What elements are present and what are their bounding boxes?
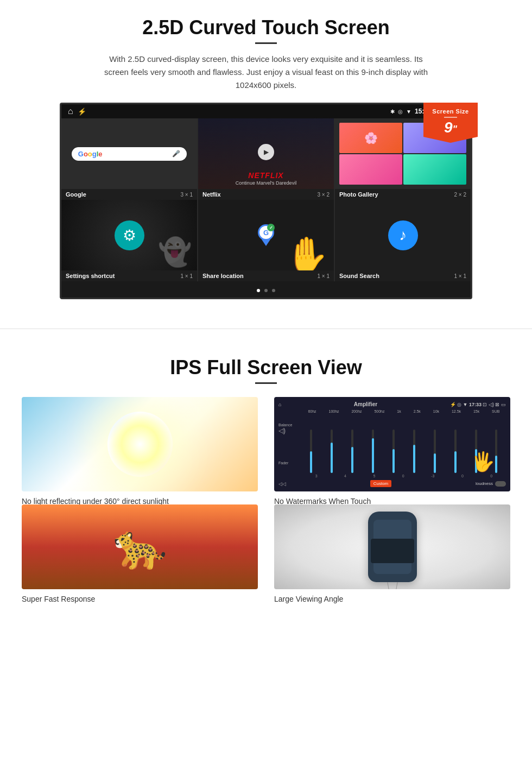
car-image xyxy=(274,504,510,589)
amp-title: Amplifier xyxy=(354,401,377,407)
ips-title-underline xyxy=(255,382,277,384)
status-bar: ⌂ ⚡ ✱ ◎ ▼ 15:06 ⊡ ◁) ⊠ ▭ xyxy=(61,104,471,118)
car-windshield xyxy=(373,520,411,539)
settings-app-image: ⚙ 👻 xyxy=(61,200,197,270)
gallery-label: Photo Gallery xyxy=(339,191,378,198)
amp-loudness-toggle[interactable] xyxy=(495,481,506,487)
home-icon[interactable]: ⌂ xyxy=(68,106,73,116)
gallery-label-row: Photo Gallery 2 × 2 xyxy=(335,189,471,200)
features-grid: No light reflecting under 360° direct su… xyxy=(22,397,510,589)
eq-slider-1[interactable] xyxy=(310,430,312,473)
badge-size: 9" xyxy=(428,120,473,135)
dot-3 xyxy=(272,289,275,292)
eq-slider-3[interactable] xyxy=(351,430,353,473)
share-size: 1 × 1 xyxy=(317,273,330,279)
netflix-size: 3 × 2 xyxy=(317,192,330,198)
amp-topbar: ⌂ Amplifier ⚡ ◎ ▼ 17:33 ⊡ ◁) ⊠ ▭ xyxy=(278,401,506,407)
amp-sliders: 🖐 xyxy=(302,415,506,473)
cheetah-label: Super Fast Response xyxy=(22,595,258,603)
google-label: Google xyxy=(66,191,86,198)
car-roof xyxy=(371,539,414,563)
netflix-logo: NETFLIX xyxy=(202,171,330,180)
google-search-bar[interactable]: Google 🎤 xyxy=(72,147,187,161)
bluetooth-icon: ✱ xyxy=(390,109,395,115)
sound-label: Sound Search xyxy=(339,273,379,279)
amp-loudness-control: loudness xyxy=(476,481,506,487)
device-screen: ⌂ ⚡ ✱ ◎ ▼ 15:06 ⊡ ◁) ⊠ ▭ xyxy=(60,103,472,299)
google-size: 3 × 1 xyxy=(180,192,193,198)
sound-label-row: Sound Search 1 × 1 xyxy=(335,270,471,281)
amp-left-labels: Balance◁) Fader xyxy=(278,409,297,478)
amp-eq-area: Balance◁) Fader 60hz 100hz 200hz 500hz 1… xyxy=(278,409,506,478)
feature-amplifier: ⌂ Amplifier ⚡ ◎ ▼ 17:33 ⊡ ◁) ⊠ ▭ Balance… xyxy=(274,397,510,491)
netflix-overlay: NETFLIX Continue Marvel's Daredevil xyxy=(198,168,334,189)
play-button[interactable]: ▶ xyxy=(258,144,274,160)
feature-sunlight: No light reflecting under 360° direct su… xyxy=(22,397,258,491)
maps-check: ✓ xyxy=(267,224,275,231)
amp-custom-button[interactable]: Custom xyxy=(370,480,392,487)
netflix-label: Netflix xyxy=(202,191,221,198)
sound-app-cell[interactable]: ♪ Sound Search 1 × 1 xyxy=(335,200,471,281)
feature-cheetah: 🐆 Super Fast Response xyxy=(22,504,258,589)
section1-desc: With 2.5D curved-display screen, this de… xyxy=(98,53,434,92)
gallery-photo-1: 🌸 xyxy=(339,123,402,153)
settings-size: 1 × 1 xyxy=(180,273,193,279)
mic-icon[interactable]: 🎤 xyxy=(172,150,180,157)
hand-on-eq-icon: 🖐 xyxy=(471,451,495,473)
screen-dots xyxy=(61,281,471,298)
screen-size-badge: Screen Size 9" xyxy=(423,103,478,143)
eq-slider-7[interactable] xyxy=(434,430,436,473)
settings-ghost-bg: 👻 xyxy=(158,236,192,268)
netflix-subtitle: Continue Marvel's Daredevil xyxy=(202,180,330,186)
badge-label: Screen Size xyxy=(428,108,473,115)
amp-freq-labels: 60hz 100hz 200hz 500hz 1k 2.5k 10k 12.5k… xyxy=(302,409,506,413)
flower-icon: 🌸 xyxy=(364,131,378,144)
share-app-cell[interactable]: G ✓ 🤚 Share location 1 × 1 xyxy=(198,200,334,281)
app-grid-row1: Google 🎤 Google 3 × 1 ▶ xyxy=(61,118,471,200)
cheetah-icon: 🐆 xyxy=(113,521,167,572)
dot-2 xyxy=(264,289,268,292)
amp-status-icons: ⚡ ◎ ▼ 17:33 ⊡ ◁) ⊠ ▭ xyxy=(450,402,506,407)
eq-slider-5[interactable] xyxy=(392,430,395,473)
sound-app-image: ♪ xyxy=(335,200,471,270)
share-label-row: Share location 1 × 1 xyxy=(198,270,334,281)
share-app-image: G ✓ 🤚 xyxy=(198,200,334,270)
amp-bottom-bar: ◁◁ Custom loudness xyxy=(278,480,506,487)
netflix-app-cell[interactable]: ▶ NETFLIX Continue Marvel's Daredevil Ne… xyxy=(198,118,334,200)
amp-fader-label: Fader xyxy=(278,461,297,465)
settings-icon: ⚙ xyxy=(115,220,144,250)
title-underline xyxy=(255,42,277,44)
amp-home-icon: ⌂ xyxy=(278,402,281,407)
device-wrapper: Screen Size 9" ⌂ ⚡ ✱ ◎ ▼ 15:06 ⊡ xyxy=(60,103,472,299)
amp-balance-label: Balance◁) xyxy=(278,423,297,434)
ips-section: IPS Full Screen View No light reflecting… xyxy=(0,345,532,605)
cheetah-image: 🐆 xyxy=(22,504,258,589)
google-label-row: Google 3 × 1 xyxy=(61,189,197,200)
car-diagram xyxy=(368,512,417,582)
usb-icon: ⚡ xyxy=(78,108,86,116)
dot-1 xyxy=(257,289,260,292)
location-icon: ◎ xyxy=(398,109,403,115)
hand-pointing-icon: 🤚 xyxy=(284,235,328,270)
gallery-size: 2 × 2 xyxy=(454,192,466,198)
eq-slider-8[interactable] xyxy=(454,430,457,473)
settings-app-cell[interactable]: ⚙ 👻 Settings shortcut 1 × 1 xyxy=(61,200,197,281)
sun-rays xyxy=(107,412,173,477)
curved-section: 2.5D Curved Touch Screen With 2.5D curve… xyxy=(0,0,532,312)
eq-slider-2[interactable] xyxy=(331,430,333,473)
maps-g-icon: G ✓ xyxy=(258,224,274,241)
amp-sliders-container: 60hz 100hz 200hz 500hz 1k 2.5k 10k 12.5k… xyxy=(302,409,506,478)
eq-slider-10[interactable] xyxy=(495,430,497,473)
eq-slider-6[interactable] xyxy=(413,430,415,473)
netflix-app-image: ▶ NETFLIX Continue Marvel's Daredevil xyxy=(198,118,334,189)
google-app-cell[interactable]: Google 🎤 Google 3 × 1 xyxy=(61,118,197,200)
section1-title: 2.5D Curved Touch Screen xyxy=(33,16,499,39)
section-divider xyxy=(0,329,532,329)
eq-slider-4[interactable] xyxy=(372,430,374,473)
car-top-view xyxy=(368,512,417,582)
settings-label: Settings shortcut xyxy=(66,273,115,279)
netflix-label-row: Netflix 3 × 2 xyxy=(198,189,334,200)
amp-bottom-values: 3450-300 xyxy=(302,474,506,478)
share-label: Share location xyxy=(202,273,244,279)
badge-divider xyxy=(444,117,457,118)
